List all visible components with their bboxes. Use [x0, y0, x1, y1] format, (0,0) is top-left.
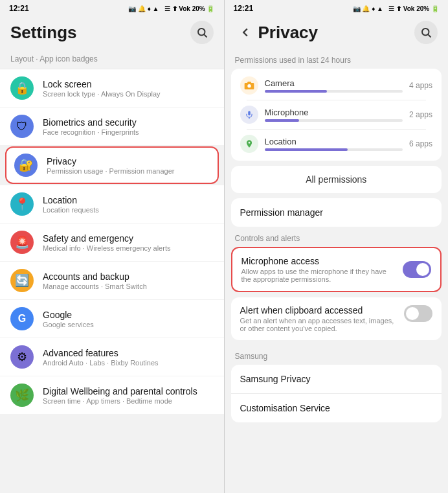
left-panel: 12:21 📷 🔔 ♦ ▲ ☰ ⬆ Vok 20% 🔋 Settings Lay… — [0, 0, 224, 493]
advanced-icon: ⚙ — [10, 345, 34, 369]
settings-item-accounts[interactable]: 🔄 Accounts and backup Manage accounts · … — [0, 262, 224, 299]
permission-manager-item[interactable]: Permission manager — [231, 198, 442, 227]
location-bar — [265, 148, 348, 151]
location-icon: 📍 — [10, 192, 34, 216]
settings-item-biometrics[interactable]: 🛡 Biometrics and security Face recogniti… — [0, 108, 224, 145]
microphone-access-text: Microphone access Allow apps to use the … — [241, 256, 396, 283]
privacy-icon: 🔐 — [14, 154, 38, 177]
settings-title: Settings — [10, 23, 77, 43]
back-button[interactable] — [235, 22, 256, 43]
customisation-item[interactable]: Customisation Service — [231, 394, 442, 422]
location-text: Location Location requests — [43, 195, 214, 214]
privacy-header: Privacy — [225, 16, 449, 49]
settings-item-google[interactable]: G Google Google services — [0, 300, 224, 338]
layout-item: Layout · App icon badges — [0, 49, 224, 69]
clipboard-access-toggle[interactable] — [404, 305, 432, 322]
privacy-title: Privacy — [258, 23, 415, 43]
location-count: 6 apps — [409, 139, 432, 148]
microphone-bar-container — [265, 119, 403, 122]
location-info: Location — [265, 137, 403, 151]
right-panel: 12:21 📷 🔔 ♦ ▲ ☰ ⬆ Vok 20% 🔋 Privacy Perm… — [225, 0, 449, 493]
camera-count: 4 apps — [409, 81, 432, 90]
microphone-info: Microphone — [265, 108, 403, 122]
settings-header: Settings — [0, 16, 224, 49]
google-text: Google Google services — [43, 310, 214, 328]
camera-permission-row: Camera 4 apps — [240, 76, 433, 95]
microphone-permission-row: Microphone 2 apps — [240, 106, 433, 124]
microphone-icon — [240, 106, 258, 124]
samsung-privacy-item[interactable]: Samsung Privacy — [231, 365, 442, 393]
biometrics-icon: 🛡 — [10, 115, 34, 138]
settings-item-location[interactable]: 📍 Location Location requests — [0, 185, 224, 223]
time-right: 12:21 — [234, 4, 254, 13]
svg-line-3 — [428, 34, 431, 37]
safety-icon: 🚨 — [10, 231, 34, 254]
location-perm-icon — [240, 135, 258, 153]
lock-screen-icon: 🔒 — [10, 76, 34, 100]
settings-item-privacy[interactable]: 🔐 Privacy Permission usage · Permission … — [5, 146, 219, 184]
status-bar-right: 12:21 📷 🔔 ♦ ▲ ☰ ⬆ Vok 20% 🔋 — [225, 0, 449, 16]
microphone-access-row[interactable]: Microphone access Allow apps to use the … — [231, 247, 442, 292]
divider-2 — [247, 129, 427, 130]
status-bar-left: 12:21 📷 🔔 ♦ ▲ ☰ ⬆ Vok 20% 🔋 — [0, 0, 224, 16]
settings-item-advanced[interactable]: ⚙ Advanced features Android Auto · Labs … — [0, 338, 224, 376]
svg-line-1 — [204, 34, 207, 37]
microphone-access-toggle[interactable] — [403, 261, 431, 278]
camera-icon — [240, 76, 258, 95]
time-left: 12:21 — [9, 4, 29, 13]
svg-rect-5 — [248, 111, 251, 115]
privacy-content: Permissions used in last 24 hours Camera… — [225, 49, 449, 493]
lock-screen-text: Lock screen Screen lock type · Always On… — [43, 79, 214, 98]
safety-text: Safety and emergency Medical info · Wire… — [43, 233, 214, 252]
settings-item-lock-screen[interactable]: 🔒 Lock screen Screen lock type · Always … — [0, 69, 224, 107]
permissions-section-label: Permissions used in last 24 hours — [225, 49, 449, 69]
digital-wellbeing-text: Digital Wellbeing and parental controls … — [43, 386, 214, 405]
microphone-bar — [265, 119, 299, 122]
svg-point-4 — [247, 84, 251, 87]
permissions-card: Camera 4 apps Microphone — [231, 69, 442, 161]
biometrics-text: Biometrics and security Face recognition… — [43, 117, 214, 136]
status-icons-right: 📷 🔔 ♦ ▲ ☰ ⬆ Vok 20% 🔋 — [353, 5, 439, 12]
camera-info: Camera — [265, 78, 403, 93]
google-icon: G — [10, 307, 34, 330]
svg-point-2 — [422, 29, 429, 36]
microphone-count: 2 apps — [409, 110, 432, 119]
samsung-label: Samsung — [225, 345, 449, 365]
settings-item-safety[interactable]: 🚨 Safety and emergency Medical info · Wi… — [0, 224, 224, 261]
location-bar-container — [265, 148, 403, 151]
accounts-icon: 🔄 — [10, 269, 34, 292]
status-icons-left: 📷 🔔 ♦ ▲ ☰ ⬆ Vok 20% 🔋 — [128, 5, 214, 12]
settings-item-digital-wellbeing[interactable]: 🌿 Digital Wellbeing and parental control… — [0, 376, 224, 414]
clipboard-access-text: Alert when clipboard accessed Get an ale… — [240, 305, 397, 332]
digital-wellbeing-icon: 🌿 — [10, 384, 34, 407]
privacy-text: Privacy Permission usage · Permission ma… — [47, 156, 210, 175]
privacy-search-button[interactable] — [414, 21, 438, 44]
divider-1 — [247, 100, 427, 100]
all-permissions-button[interactable]: All permissions — [231, 166, 442, 193]
camera-bar — [265, 90, 327, 93]
location-permission-row: Location 6 apps — [240, 135, 433, 153]
settings-list: Layout · App icon badges 🔒 Lock screen S… — [0, 49, 224, 493]
controls-label: Controls and alerts — [225, 227, 449, 247]
camera-bar-container — [265, 90, 403, 93]
accounts-text: Accounts and backup Manage accounts · Sm… — [43, 271, 214, 290]
clipboard-access-row[interactable]: Alert when clipboard accessed Get an ale… — [231, 297, 442, 340]
advanced-text: Advanced features Android Auto · Labs · … — [43, 348, 214, 367]
settings-search-button[interactable] — [190, 21, 214, 44]
svg-point-0 — [198, 29, 205, 36]
